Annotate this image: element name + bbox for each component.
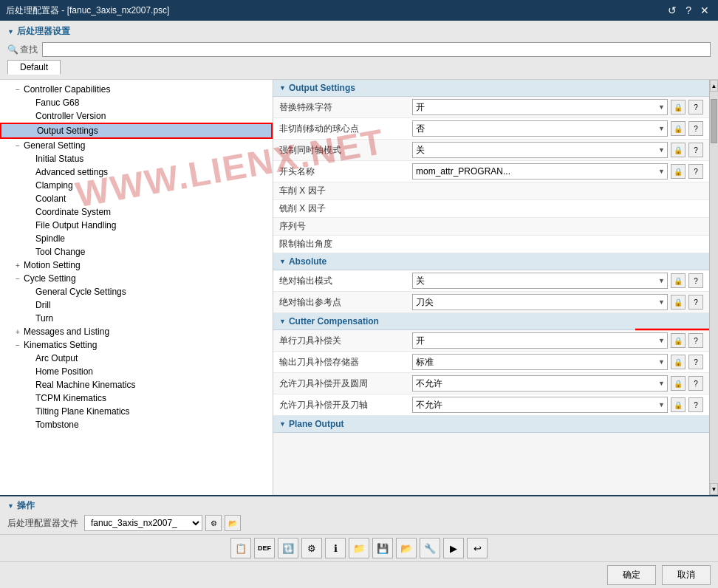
tree-item-initial-status[interactable]: Initial Status xyxy=(0,152,273,165)
help-btn-1[interactable]: ? xyxy=(688,100,703,114)
toolbar-btn-def[interactable]: DEF xyxy=(254,538,275,558)
lock-btn-4[interactable]: 🔒 xyxy=(671,164,685,179)
help-btn-3[interactable]: ? xyxy=(688,143,703,157)
scroll-up-btn[interactable]: ▲ xyxy=(710,80,718,92)
help-btn-9[interactable]: ? xyxy=(688,376,703,391)
toolbar-btn-gear[interactable]: ⚙ xyxy=(301,538,322,558)
tree-item-fanuc-g68[interactable]: Fanuc G68 xyxy=(0,96,273,109)
help-btn-8[interactable]: ? xyxy=(688,355,703,369)
lock-btn-6[interactable]: 🔒 xyxy=(671,295,685,310)
toolbar-btn-refresh[interactable]: 🔃 xyxy=(278,538,298,558)
control-force-axis: 关 开 ▼ 🔒 ? xyxy=(412,142,703,158)
control-abs-ref: 刀尖 ▼ 🔒 ? xyxy=(412,294,703,310)
tab-default[interactable]: Default xyxy=(7,60,61,75)
file-label: 后处理配置器文件 xyxy=(7,517,78,530)
operations-header: 操作 xyxy=(7,499,711,512)
tree-item-controller-version[interactable]: Controller Version xyxy=(0,109,273,123)
tree-label-messages: Messages and Listing xyxy=(24,327,273,337)
select-single-comp[interactable]: 开 关 xyxy=(412,332,668,349)
main-window: 后处理器设置 🔍 查找 Default − Controller Capabil… xyxy=(0,21,718,588)
select-header-name[interactable]: mom_attr_PROGRAN... xyxy=(412,163,668,180)
help-btn-4[interactable]: ? xyxy=(688,164,703,179)
select-wrap-replace: 开 关 ▼ xyxy=(412,99,668,115)
lock-btn-3[interactable]: 🔒 xyxy=(671,143,685,157)
lock-btn-2[interactable]: 🔒 xyxy=(671,121,685,136)
tree-label-coolant: Coolant xyxy=(35,194,273,204)
tree-item-file-output[interactable]: File Output Handling xyxy=(0,219,273,232)
tree-item-kinematics[interactable]: − Kinematics Setting xyxy=(0,338,273,352)
settings-row-serial: 序列号 xyxy=(273,218,709,236)
confirm-button[interactable]: 确定 xyxy=(607,565,656,585)
settings-row-abs-mode: 绝对输出模式 关 开 ▼ 🔒 ? xyxy=(273,270,709,292)
help-btn-6[interactable]: ? xyxy=(688,295,703,310)
lock-btn-5[interactable]: 🔒 xyxy=(671,273,685,288)
help-btn-10[interactable]: ? xyxy=(688,397,703,412)
scroll-down-btn[interactable]: ▼ xyxy=(710,483,718,495)
select-abs-ref[interactable]: 刀尖 xyxy=(412,294,668,310)
select-comp-axis[interactable]: 不允许 允许 xyxy=(412,397,668,413)
tree-item-drill[interactable]: Drill xyxy=(0,298,273,312)
lock-btn-9[interactable]: 🔒 xyxy=(671,376,685,391)
select-replace-special[interactable]: 开 关 xyxy=(412,99,668,115)
tree-item-tool-change[interactable]: Tool Change xyxy=(0,245,273,259)
tree-item-spindle[interactable]: Spindle xyxy=(0,232,273,245)
help-btn-5[interactable]: ? xyxy=(688,273,703,288)
select-comp-storage[interactable]: 标准 xyxy=(412,354,668,370)
tree-item-turn[interactable]: Turn xyxy=(0,312,273,325)
tree-item-tcpm[interactable]: TCPM Kinematics xyxy=(0,392,273,405)
tree-item-motion-setting[interactable]: + Motion Setting xyxy=(0,259,273,272)
refresh-btn[interactable]: ↺ xyxy=(665,4,680,16)
tree-item-tombstone[interactable]: Tombstone xyxy=(0,418,273,431)
toolbar-btn-save[interactable]: 💾 xyxy=(372,538,393,558)
scroll-thumb[interactable] xyxy=(711,99,717,143)
title-bar: 后处理配置器 - [fanuc_3axis_nx2007.psc] ↺ ? ✕ xyxy=(0,0,718,21)
tree-item-advanced-settings[interactable]: Advanced settings xyxy=(0,165,273,179)
close-btn[interactable]: ✕ xyxy=(697,4,712,16)
toolbar-btn-copy[interactable]: 📋 xyxy=(230,538,251,558)
toolbar-btn-wrench[interactable]: 🔧 xyxy=(420,538,440,558)
config-btn[interactable]: ⚙ xyxy=(205,515,222,531)
control-comp-circle: 不允许 允许 ▼ 🔒 ? xyxy=(412,375,703,392)
right-scrollbar[interactable]: ▲ ▼ xyxy=(709,80,718,495)
toolbar-btn-undo[interactable]: ↩ xyxy=(467,538,488,558)
tree-item-messages[interactable]: + Messages and Listing xyxy=(0,325,273,338)
select-force-axis[interactable]: 关 开 xyxy=(412,142,668,158)
help-btn-7[interactable]: ? xyxy=(688,333,703,348)
select-comp-circle[interactable]: 不允许 允许 xyxy=(412,375,668,392)
browse-btn[interactable]: 📂 xyxy=(225,515,241,531)
tree-item-coolant[interactable]: Coolant xyxy=(0,192,273,205)
label-turn-x: 车削 X 因子 xyxy=(279,185,412,197)
tree-item-general-setting[interactable]: − General Setting xyxy=(0,139,273,152)
lock-btn-1[interactable]: 🔒 xyxy=(671,100,685,114)
cancel-button[interactable]: 取消 xyxy=(662,565,711,585)
tree-label-arc-output: Arc Output xyxy=(35,353,273,363)
tree-item-general-cycle[interactable]: General Cycle Settings xyxy=(0,285,273,298)
tree-label-turn: Turn xyxy=(35,313,273,324)
toolbar-btn-info[interactable]: ℹ xyxy=(325,538,346,558)
tree-item-output-settings[interactable]: Output Settings xyxy=(0,123,273,139)
tree-item-home-position[interactable]: Home Position xyxy=(0,365,273,378)
tree-item-arc-output[interactable]: Arc Output xyxy=(0,352,273,365)
settings-row-replace-special: 替换特殊字符 开 关 ▼ 🔒 ? xyxy=(273,97,709,118)
tree-item-coordinate-system[interactable]: Coordinate System xyxy=(0,205,273,219)
toolbar-btn-open[interactable]: 📂 xyxy=(396,538,417,558)
tree-label-controller-version: Controller Version xyxy=(35,111,273,121)
lock-btn-10[interactable]: 🔒 xyxy=(671,397,685,412)
tree-item-clamping[interactable]: Clamping xyxy=(0,179,273,192)
tree-item-controller[interactable]: − Controller Capabilities xyxy=(0,83,273,96)
help-btn[interactable]: ? xyxy=(683,4,694,16)
lock-btn-7[interactable]: 🔒 xyxy=(671,333,685,348)
select-abs-mode[interactable]: 关 开 xyxy=(412,273,668,289)
toolbar-btn-folder[interactable]: 📁 xyxy=(349,538,369,558)
select-noncutting[interactable]: 否 是 xyxy=(412,120,668,137)
tree-label-fanuc-g68: Fanuc G68 xyxy=(35,98,273,108)
file-select[interactable]: fanuc_3axis_nx2007_ xyxy=(84,515,202,531)
lock-btn-8[interactable]: 🔒 xyxy=(671,355,685,369)
tree-item-tilting-plane[interactable]: Tilting Plane Kinematics xyxy=(0,405,273,418)
help-btn-2[interactable]: ? xyxy=(688,121,703,136)
tree-item-real-machine[interactable]: Real Machine Kinematics xyxy=(0,378,273,392)
label-comp-circle: 允许刀具补偿开及圆周 xyxy=(279,377,412,390)
search-input[interactable] xyxy=(42,42,711,57)
toolbar-btn-run[interactable]: ▶ xyxy=(443,538,464,558)
tree-item-cycle-setting[interactable]: − Cycle Setting xyxy=(0,272,273,285)
